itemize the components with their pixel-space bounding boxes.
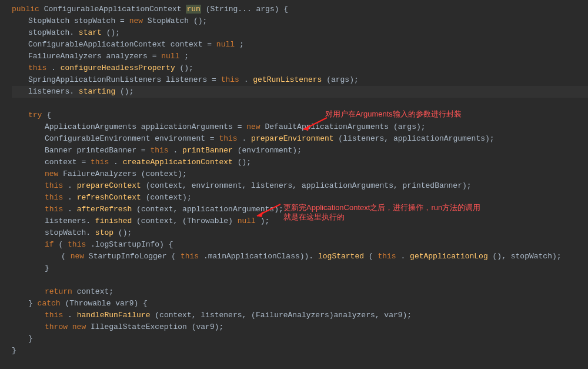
code-line: stopWatch. start (); — [12, 27, 588, 39]
code-line: Banner printedBanner = this . printBanne… — [12, 145, 588, 157]
code-line: } — [12, 345, 588, 357]
code-line: throw new IllegalStateException (var9); — [12, 321, 588, 333]
code-line: try { — [12, 109, 588, 121]
method-name-highlight: run — [186, 5, 201, 14]
code-line: StopWatch stopWatch = new StopWatch (); — [12, 15, 588, 27]
code-line: new FailureAnalyzers (context); — [12, 168, 588, 180]
code-line: return context; — [12, 286, 588, 298]
code-line: stopWatch. stop (); — [12, 227, 588, 239]
code-line: this . prepareContext (context, environm… — [12, 180, 588, 192]
code-line: ConfigurableApplicationContext context =… — [12, 39, 588, 51]
code-line — [12, 274, 588, 286]
code-line: SpringApplicationRunListeners listeners … — [12, 74, 588, 86]
code-line — [12, 98, 588, 109]
code-line: this . refreshContext (context); — [12, 192, 588, 204]
code-line: } — [12, 333, 588, 345]
code-line: this . handleRunFailure (context, listen… — [12, 310, 588, 321]
code-line: ApplicationArguments applicationArgument… — [12, 121, 588, 133]
code-line: } catch (Throwable var9) { — [12, 298, 588, 310]
code-line: public ConfigurableApplicationContext ru… — [12, 4, 588, 15]
code-line: context = this . createApplicationContex… — [12, 157, 588, 168]
code-line-highlighted: listeners. starting (); — [12, 86, 588, 98]
code-line: } — [12, 262, 588, 274]
code-line: ( new StartupInfoLogger ( this .mainAppl… — [12, 251, 588, 262]
code-line: ConfigurableEnvironment environment = th… — [12, 133, 588, 145]
code-line: FailureAnalyzers analyzers = null ; — [12, 51, 588, 62]
code-line: if ( this .logStartupInfo) { — [12, 239, 588, 251]
code-line: listeners. finished (context, (Throwable… — [12, 215, 588, 227]
code-line: this . configureHeadlessProperty (); — [12, 62, 588, 74]
code-line: this . afterRefresh (context, applicatio… — [12, 204, 588, 215]
type: ConfigurableApplicationContext — [44, 5, 182, 14]
code-editor[interactable]: public ConfigurableApplicationContext ru… — [0, 0, 588, 360]
keyword: public — [12, 5, 39, 14]
